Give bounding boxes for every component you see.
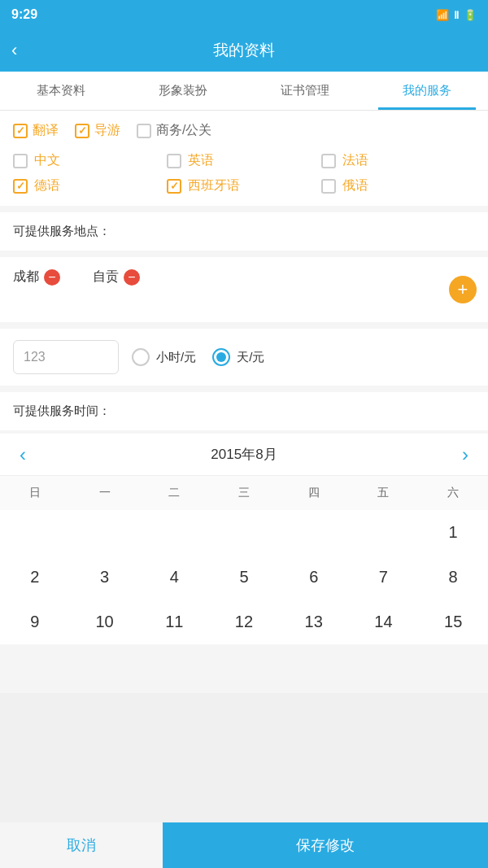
calendar-day-empty-3 [209, 510, 279, 555]
calendar-prev-button[interactable]: ‹ [20, 443, 26, 466]
header-title: 我的资料 [213, 40, 275, 61]
service-types: 翻译 导游 商务/公关 [13, 122, 475, 144]
language-grid: 中文 英语 法语 德语 西班牙语 俄语 [13, 152, 475, 194]
label-english: 英语 [188, 152, 214, 169]
price-section: 小时/元 天/元 [0, 329, 488, 386]
label-translate: 翻译 [33, 122, 59, 139]
checkbox-russian[interactable] [321, 179, 336, 194]
cancel-button[interactable]: 取消 [0, 822, 163, 868]
lang-english[interactable]: 英语 [167, 152, 320, 169]
save-button[interactable]: 保存修改 [163, 822, 488, 868]
label-german: 德语 [34, 177, 60, 194]
tab-basic[interactable]: 基本资料 [0, 72, 122, 110]
lang-chinese[interactable]: 中文 [13, 152, 167, 169]
label-guide: 导游 [94, 122, 120, 139]
checkbox-business-box[interactable] [137, 124, 151, 138]
calendar-day-empty-0 [0, 510, 70, 555]
add-location-button[interactable]: + [449, 276, 477, 303]
calendar-section: ‹ 2015年8月 › 日 一 二 三 四 五 六 12345678910111… [0, 434, 488, 644]
time-section: 可提供服务时间： [0, 392, 488, 430]
checkbox-guide-box[interactable] [75, 124, 89, 138]
calendar-days: 123456789101112131415 [0, 510, 488, 644]
tab-cert[interactable]: 证书管理 [244, 72, 366, 110]
tab-image[interactable]: 形象装扮 [122, 72, 244, 110]
radio-day-label: 天/元 [237, 350, 264, 365]
calendar-day-7[interactable]: 7 [349, 555, 419, 600]
lang-spanish[interactable]: 西班牙语 [167, 177, 320, 194]
calendar-day-6[interactable]: 6 [279, 555, 349, 600]
price-input[interactable] [13, 340, 119, 374]
wifi-icon: 📶 [436, 9, 449, 21]
weekday-wed: 三 [209, 482, 279, 504]
radio-day-circle[interactable] [212, 348, 230, 366]
weekday-tue: 二 [139, 482, 209, 504]
calendar-next-button[interactable]: › [462, 443, 468, 466]
radio-group: 小时/元 天/元 [132, 348, 264, 366]
calendar-weekdays: 日 一 二 三 四 五 六 [0, 475, 488, 510]
checkbox-business[interactable]: 商务/公关 [137, 122, 211, 139]
calendar-day-14[interactable]: 14 [349, 600, 419, 644]
location-chengdu: 成都 − [13, 268, 60, 286]
label-spanish: 西班牙语 [188, 177, 240, 194]
bottom-bar: 取消 保存修改 [0, 822, 488, 868]
calendar-day-9[interactable]: 9 [0, 600, 70, 644]
label-chinese: 中文 [34, 152, 60, 169]
calendar-day-13[interactable]: 13 [279, 600, 349, 644]
weekday-fri: 五 [349, 482, 419, 504]
radio-day[interactable]: 天/元 [212, 348, 264, 366]
bottom-spacer [0, 644, 488, 693]
remove-chengdu-button[interactable]: − [44, 269, 60, 286]
calendar-day-4[interactable]: 4 [139, 555, 209, 600]
calendar-day-3[interactable]: 3 [70, 555, 140, 600]
checkbox-guide[interactable]: 导游 [75, 122, 120, 139]
radio-hour-label: 小时/元 [156, 350, 196, 365]
calendar-day-8[interactable]: 8 [418, 555, 488, 600]
calendar-day-empty-4 [279, 510, 349, 555]
checkbox-chinese[interactable] [13, 154, 28, 168]
checkbox-english[interactable] [167, 154, 181, 168]
location-zigong-name: 自贡 [93, 268, 119, 286]
weekday-mon: 一 [70, 482, 140, 504]
calendar-day-1[interactable]: 1 [418, 510, 488, 555]
location-zigong: 自贡 − [93, 268, 140, 286]
calendar-day-empty-1 [70, 510, 140, 555]
weekday-sat: 六 [418, 482, 488, 504]
calendar-day-15[interactable]: 15 [418, 600, 488, 644]
checkbox-translate-box[interactable] [13, 124, 28, 138]
checkbox-translate[interactable]: 翻译 [13, 122, 59, 139]
location-section: 成都 − 自贡 − + [0, 257, 488, 322]
calendar-title: 2015年8月 [211, 445, 277, 464]
checkbox-german[interactable] [13, 179, 28, 194]
label-french: 法语 [342, 152, 368, 169]
radio-hour[interactable]: 小时/元 [132, 348, 196, 366]
calendar-day-5[interactable]: 5 [209, 555, 279, 600]
calendar-day-2[interactable]: 2 [0, 555, 70, 600]
calendar-day-10[interactable]: 10 [70, 600, 140, 644]
header: ‹ 我的资料 [0, 29, 488, 72]
service-types-section: 翻译 导游 商务/公关 中文 英语 法语 [0, 111, 488, 206]
calendar-day-empty-5 [349, 510, 419, 555]
time-section-label: 可提供服务时间： [13, 403, 111, 417]
radio-hour-circle[interactable] [132, 348, 150, 366]
lang-german[interactable]: 德语 [13, 177, 167, 194]
checkbox-spanish[interactable] [167, 179, 181, 194]
lang-french[interactable]: 法语 [321, 152, 475, 169]
remove-zigong-button[interactable]: − [124, 269, 140, 286]
label-russian: 俄语 [342, 177, 368, 194]
status-time: 9:29 [11, 7, 37, 22]
location-section-label: 可提供服务地点： [13, 224, 111, 238]
tab-service[interactable]: 我的服务 [366, 72, 488, 110]
weekday-thu: 四 [279, 482, 349, 504]
calendar-day-12[interactable]: 12 [209, 600, 279, 644]
back-button[interactable]: ‹ [11, 40, 17, 61]
status-bar: 9:29 📶 Ⅱ 🔋 [0, 0, 488, 29]
location-label-section: 可提供服务地点： [0, 212, 488, 251]
signal-icon: Ⅱ [454, 9, 459, 21]
weekday-sun: 日 [0, 482, 70, 504]
location-chengdu-name: 成都 [13, 268, 39, 286]
calendar-day-11[interactable]: 11 [139, 600, 209, 644]
checkbox-french[interactable] [321, 154, 336, 168]
calendar-nav: ‹ 2015年8月 › [0, 434, 488, 475]
lang-russian[interactable]: 俄语 [321, 177, 475, 194]
label-business: 商务/公关 [156, 122, 211, 139]
